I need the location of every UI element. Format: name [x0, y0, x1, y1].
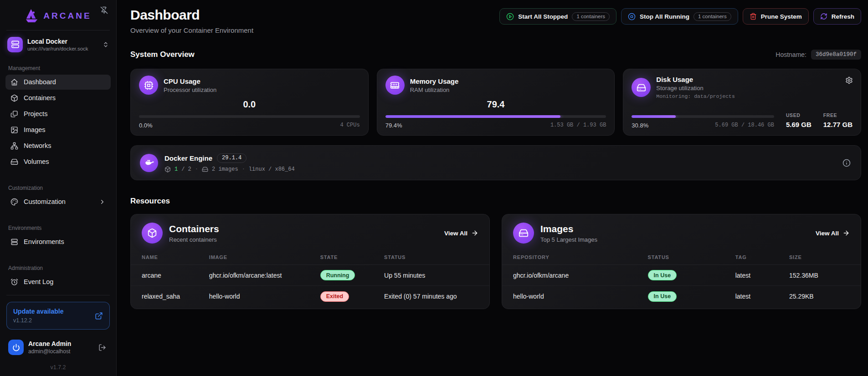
container-name: arcane: [142, 272, 209, 279]
logout-button[interactable]: [97, 342, 108, 353]
disk-percent-label: 30.8%: [632, 122, 648, 129]
cpu-value: 0.0: [139, 99, 360, 110]
engine-total-count: / 2: [181, 166, 191, 173]
memory-subtitle: RAM utilization: [410, 86, 459, 93]
column-header: TAG: [735, 254, 789, 260]
disk-progress-labels: 30.8% 5.69 GB / 18.46 GB: [632, 122, 774, 129]
disk-progress-fill: [632, 115, 675, 118]
sidebar-footer: Update available v1.12.2 Arcane Admin ad…: [5, 290, 111, 371]
sidebar-item-images[interactable]: Images: [5, 122, 111, 137]
image-table-row[interactable]: hello-world In Use latest 25.29KB: [502, 286, 861, 307]
cpu-usage-card: CPU Usage Processor utilization 0.0 0.0%…: [130, 69, 369, 136]
view-all-label: View All: [444, 230, 467, 237]
image-table-row[interactable]: ghcr.io/ofkm/arcane In Use latest 152.36…: [502, 265, 861, 286]
start-count-badge: 1 containers: [572, 12, 610, 21]
button-label: Stop All Running: [640, 13, 689, 20]
sidebar-item-networks[interactable]: Networks: [5, 138, 111, 153]
environment-selector[interactable]: Local Docker unix:///var/run/docker.sock: [5, 30, 111, 59]
disk-meta: 5.69 GB / 18.46 GB: [715, 122, 774, 129]
images-card-title: Images: [540, 224, 597, 234]
hostname-label: Hostname:: [776, 51, 806, 58]
container-image: hello-world: [209, 293, 320, 300]
docker-engine-card: Docker Engine 29.1.4 1 / 2 · 2 images · …: [130, 145, 861, 180]
sidebar-item-projects[interactable]: Projects: [5, 107, 111, 122]
sidebar-item-volumes[interactable]: Volumes: [5, 154, 111, 169]
start-all-stopped-button[interactable]: Start All Stopped 1 containers: [499, 8, 616, 25]
status-badge: Running: [320, 270, 355, 280]
update-title: Update available: [13, 308, 64, 315]
images-card-titles: Images Top 5 Largest Images: [540, 224, 597, 243]
column-header: IMAGE: [209, 254, 320, 260]
resources-row: Containers Recent containers View All NA…: [130, 214, 861, 309]
system-overview-header: System Overview Hostname: 36d9e8a0190f: [130, 50, 861, 60]
customization-section-label: Customization: [5, 185, 111, 191]
user-menu[interactable]: Arcane Admin admin@localhost: [5, 337, 111, 358]
docker-whale-icon: [140, 154, 158, 172]
arcane-logo: ARCANE: [25, 9, 91, 23]
app-version: v1.7.2: [5, 364, 111, 371]
column-header: SIZE: [789, 254, 850, 260]
log-out-icon: [98, 344, 106, 351]
disk-usage-card: Disk Usage Storage utilization Monitorin…: [623, 69, 861, 136]
sidebar-item-label: Customization: [24, 198, 66, 205]
status-badge: In Use: [648, 291, 677, 302]
engine-version-badge: 29.1.4: [217, 153, 247, 163]
user-email: admin@localhost: [28, 348, 71, 355]
containers-view-all-link[interactable]: View All: [444, 229, 478, 237]
hard-drive-icon: [202, 166, 208, 173]
column-header: STATE: [320, 254, 384, 260]
prune-system-button[interactable]: Prune System: [743, 8, 809, 25]
gear-icon: [845, 76, 853, 84]
images-table-header: REPOSITORY STATUS TAG SIZE: [502, 250, 861, 265]
sidebar-divider: [6, 295, 110, 295]
house-icon: [10, 78, 18, 86]
images-card-header: Images Top 5 Largest Images View All: [502, 214, 861, 250]
administration-section-label: Administration: [5, 265, 111, 271]
cpu-card-footer: 0.0% 4 CPUs: [139, 122, 360, 129]
servers-icon: [10, 238, 18, 246]
refresh-button[interactable]: Refresh: [813, 8, 861, 25]
sidebar-item-environments[interactable]: Environments: [5, 234, 111, 249]
engine-info: Docker Engine 29.1.4 1 / 2 · 2 images · …: [164, 153, 295, 173]
disk-progress-block: 30.8% 5.69 GB / 18.46 GB: [632, 115, 774, 129]
network-icon: [10, 142, 18, 150]
container-table-row[interactable]: relaxed_saha hello-world Exited Exited (…: [131, 286, 489, 307]
unpin-sidebar-button[interactable]: [98, 5, 110, 16]
column-header: REPOSITORY: [513, 254, 648, 260]
container-state-cell: Running: [320, 270, 384, 280]
image-size: 152.36MB: [789, 272, 850, 279]
column-header: STATUS: [648, 254, 735, 260]
disk-settings-button[interactable]: [844, 76, 854, 85]
environment-info: Local Docker unix:///var/run/docker.sock: [27, 38, 88, 51]
stop-all-running-button[interactable]: Stop All Running 1 containers: [621, 8, 738, 25]
disk-used-label: USED: [786, 112, 812, 118]
memory-icon: [385, 76, 405, 95]
image-tag: latest: [735, 293, 789, 300]
column-header: STATUS: [384, 254, 478, 260]
sidebar-item-dashboard[interactable]: Dashboard: [5, 75, 111, 90]
box-icon: [164, 166, 171, 173]
sidebar-item-event-log[interactable]: Event Log: [5, 274, 111, 290]
sidebar-item-label: Event Log: [24, 278, 53, 285]
container-state-cell: Exited: [320, 291, 384, 302]
disk-title: Disk Usage: [656, 76, 735, 83]
containers-card-header: Containers Recent containers View All: [131, 214, 489, 250]
arcane-logo-icon: [25, 9, 39, 23]
engine-images-count: 2 images: [212, 166, 238, 173]
containers-table-header: NAME IMAGE STATE STATUS: [131, 250, 489, 265]
update-available-banner[interactable]: Update available v1.12.2: [6, 302, 110, 330]
engine-info-button[interactable]: [842, 158, 852, 168]
disk-subtitle: Storage utilization: [656, 85, 735, 91]
sidebar-item-containers[interactable]: Containers: [5, 91, 111, 106]
sidebar-item-label: Containers: [24, 94, 56, 102]
images-view-all-link[interactable]: View All: [816, 229, 850, 237]
disk-free-value: 12.77 GB: [823, 121, 853, 128]
container-table-row[interactable]: arcane ghcr.io/ofkm/arcane:latest Runnin…: [131, 265, 489, 286]
page-title-block: Dashboard Overview of your Container Env…: [130, 7, 253, 34]
user-avatar: [8, 340, 24, 355]
hostname-value: 36d9e8a0190f: [811, 50, 861, 60]
sidebar-item-customization[interactable]: Customization: [5, 194, 111, 209]
cpu-title: CPU Usage: [164, 77, 216, 85]
sidebar-item-label: Dashboard: [24, 78, 56, 86]
hostname-row: Hostname: 36d9e8a0190f: [776, 50, 861, 60]
